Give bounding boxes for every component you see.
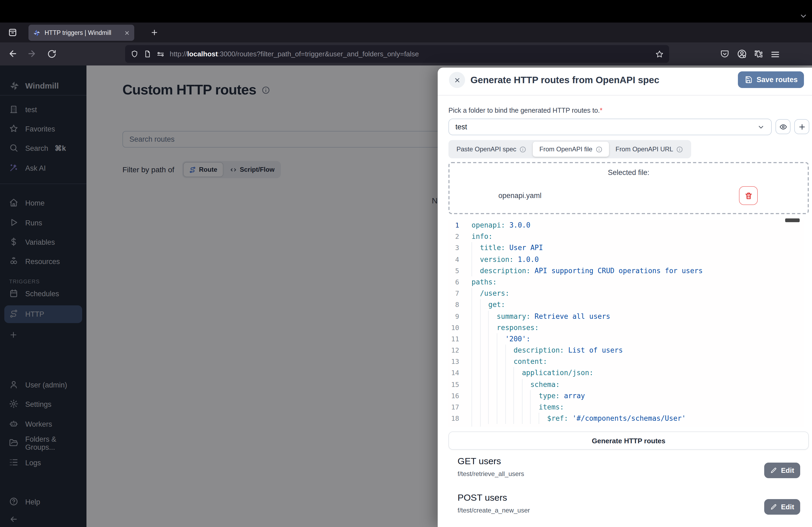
editor-line[interactable]: 2info: <box>448 231 804 242</box>
save-routes-button[interactable]: Save routes <box>738 71 804 88</box>
line-code: $ref: '#/components/schemas/User' <box>465 413 686 424</box>
indent-guide <box>497 345 505 356</box>
eye-icon <box>779 123 787 131</box>
indent-guide <box>489 345 497 356</box>
indent-guide <box>472 254 480 265</box>
indent-guide <box>472 333 480 345</box>
plus-icon <box>798 123 806 131</box>
indent-guide <box>472 379 480 390</box>
indent-guide <box>480 322 488 333</box>
extensions-puzzle-icon[interactable] <box>754 49 763 59</box>
forward-icon[interactable] <box>27 49 37 59</box>
line-code: '200': <box>465 333 530 345</box>
editor-line[interactable]: 17items: <box>448 402 804 413</box>
line-number: 4 <box>448 254 465 265</box>
indent-guide <box>472 345 480 356</box>
indent-guide <box>480 379 488 390</box>
edit-post-route-button[interactable]: Edit <box>764 499 800 515</box>
tab-from-openapi-url[interactable]: From OpenAPI URL <box>609 142 690 157</box>
account-icon[interactable] <box>737 49 747 59</box>
editor-line[interactable]: 1openapi: 3.0.0 <box>448 220 804 231</box>
indent-guide <box>480 345 488 356</box>
line-number: 1 <box>448 220 465 231</box>
indent-guide <box>539 413 547 424</box>
tab-overflow-chevron-icon[interactable] <box>799 12 808 20</box>
editor-line[interactable]: 6paths: <box>448 276 804 288</box>
line-code: application/json: <box>465 367 593 379</box>
chevron-down-icon <box>757 123 765 131</box>
line-number: 14 <box>448 367 465 379</box>
line-code: /users: <box>465 288 509 299</box>
indent-guide <box>505 402 513 413</box>
editor-line[interactable]: 7/users: <box>448 288 804 299</box>
url-text: http://localhost:3000/routes?filter_path… <box>170 50 419 58</box>
openapi-drawer: Generate HTTP routes from OpenAPI spec S… <box>438 67 812 527</box>
back-icon[interactable] <box>8 49 18 59</box>
editor-scrollbar-thumb[interactable] <box>785 219 800 222</box>
shield-icon[interactable] <box>130 50 139 58</box>
editor-line[interactable]: 8get: <box>448 299 804 311</box>
sidebar-toggle-icon[interactable] <box>8 27 18 37</box>
editor-line[interactable]: 18$ref: '#/components/schemas/User' <box>448 413 804 424</box>
indent-guide <box>497 402 505 413</box>
folder-select[interactable]: test <box>448 119 772 135</box>
editor-line[interactable]: 9summary: Retrieve all users <box>448 311 804 322</box>
editor-line[interactable]: 4version: 1.0.0 <box>448 254 804 265</box>
indent-guide <box>489 356 497 367</box>
indent-guide <box>513 413 522 424</box>
editor-line[interactable]: 12description: List of users <box>448 345 804 356</box>
line-number: 3 <box>448 242 465 254</box>
drawer-title: Generate HTTP routes from OpenAPI spec <box>470 75 659 86</box>
editor-line[interactable]: 3title: User API <box>448 242 804 254</box>
editor-line[interactable]: 5description: API supporting CRUD operat… <box>448 265 804 276</box>
tab-label: From OpenAPI URL <box>615 146 673 153</box>
page-info-icon[interactable] <box>143 50 151 58</box>
reload-icon[interactable] <box>47 49 56 59</box>
line-code: title: User API <box>465 242 543 254</box>
pocket-icon[interactable] <box>720 49 729 59</box>
indent-guide <box>480 356 488 367</box>
selected-file-label: Selected file: <box>448 168 809 177</box>
tab-from-openapi-file[interactable]: From OpenAPI file <box>533 142 609 157</box>
editor-line[interactable]: 19post: <box>448 424 804 427</box>
editor-line[interactable]: 16type: array <box>448 390 804 402</box>
editor-line[interactable]: 14application/json: <box>448 367 804 379</box>
generate-button-label: Generate HTTP routes <box>592 437 665 445</box>
editor-line[interactable]: 13content: <box>448 356 804 367</box>
tab-paste-openapi-spec[interactable]: Paste OpenAPI spec <box>450 142 533 157</box>
editor-line[interactable]: 11'200': <box>448 333 804 345</box>
line-code: type: array <box>465 390 585 402</box>
view-folder-button[interactable] <box>775 119 791 134</box>
indent-guide <box>472 356 480 367</box>
generate-http-routes-button[interactable]: Generate HTTP routes <box>448 432 809 450</box>
tab-title: HTTP triggers | Windmill <box>45 30 120 36</box>
indent-guide <box>489 311 497 322</box>
remove-file-button[interactable] <box>739 186 758 205</box>
bookmark-star-icon[interactable] <box>655 50 664 58</box>
line-code: post: <box>465 424 509 427</box>
indent-guide <box>489 379 497 390</box>
editor-line[interactable]: 10responses: <box>448 322 804 333</box>
line-code: summary: Retrieve all users <box>465 311 610 322</box>
url-bar[interactable]: http://localhost:3000/routes?filter_path… <box>125 45 669 63</box>
indent-guide <box>480 299 488 311</box>
indent-guide <box>505 356 513 367</box>
indent-guide <box>497 379 505 390</box>
new-tab-icon[interactable] <box>150 28 158 36</box>
browser-tab[interactable]: HTTP triggers | Windmill <box>28 25 134 41</box>
route-card-post: POST users f/test/create_a_new_user <box>458 493 530 514</box>
route-path: f/test/create_a_new_user <box>458 507 530 514</box>
editor-line[interactable]: 15schema: <box>448 379 804 390</box>
line-number: 19 <box>448 424 465 427</box>
indent-guide <box>489 390 497 402</box>
menu-hamburger-icon[interactable] <box>771 50 780 59</box>
edit-get-route-button[interactable]: Edit <box>764 463 800 478</box>
openapi-spec-code-editor[interactable]: 1openapi: 3.0.02info:3title: User API4ve… <box>448 220 804 427</box>
required-asterisk: * <box>600 107 603 114</box>
add-folder-button[interactable] <box>794 119 809 134</box>
tab-close-icon[interactable] <box>124 30 130 36</box>
save-routes-label: Save routes <box>756 76 798 84</box>
permissions-sliders-icon[interactable] <box>156 50 165 58</box>
close-drawer-button[interactable] <box>449 72 465 88</box>
tab-label: From OpenAPI file <box>539 146 592 153</box>
